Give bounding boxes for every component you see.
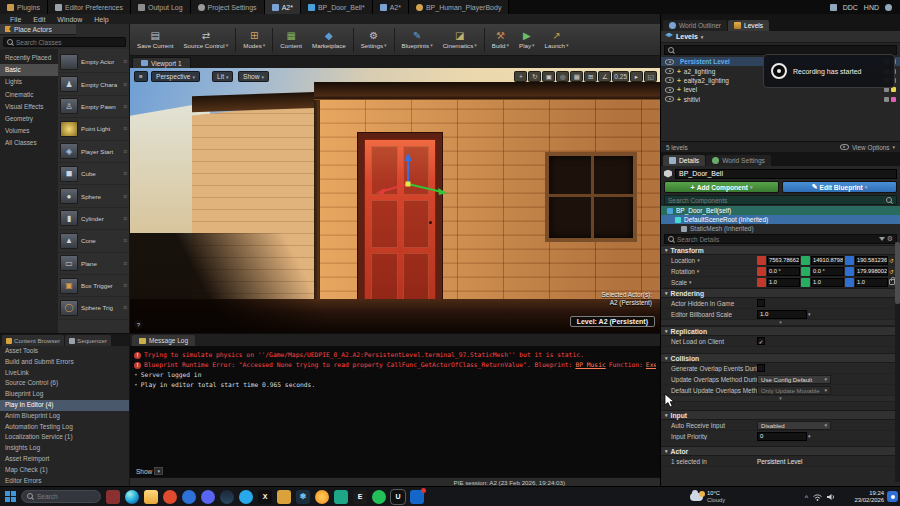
level-color-chip[interactable] xyxy=(891,87,896,92)
marketplace-button[interactable]: ◆Marketplace xyxy=(307,24,351,55)
taskbar-app-snowflake[interactable] xyxy=(296,490,310,504)
taskbar-app-orange[interactable] xyxy=(163,490,177,504)
transform-gizmo[interactable] xyxy=(368,148,458,208)
help-icon[interactable]: ? xyxy=(134,320,143,329)
details-scrollbar[interactable] xyxy=(895,242,900,482)
source-control-button[interactable]: ⇄Source Control▾ xyxy=(178,24,233,55)
category-lights[interactable]: Lights xyxy=(0,76,58,88)
grid-snap-icon[interactable]: ⊞ xyxy=(584,71,597,82)
log-category-build-submit-errors[interactable]: Build and Submit Errors xyxy=(0,357,129,368)
chevron-down-icon[interactable]: ▾ xyxy=(697,257,700,263)
level-row-shitlvl[interactable]: + shitlvl xyxy=(661,95,900,104)
tab-details[interactable]: Details xyxy=(663,155,705,166)
execute-ubergraph-link[interactable]: Execute Ubergraph BP Mu xyxy=(646,360,656,370)
scale-tool-icon[interactable]: ▣ xyxy=(542,71,555,82)
taskbar-weather-widget[interactable]: 10°CCloudy xyxy=(690,487,725,506)
drag-grip-icon[interactable] xyxy=(123,193,127,200)
levels-menu-button[interactable]: Levels xyxy=(676,33,698,40)
drag-grip-icon[interactable] xyxy=(123,170,127,177)
taskbar-app-blue[interactable] xyxy=(182,490,196,504)
taskbar-app-steam[interactable] xyxy=(220,490,234,504)
category-recently-placed[interactable]: Recently Placed xyxy=(0,52,58,64)
filter-icon[interactable] xyxy=(879,237,885,241)
translate-tool-icon[interactable]: + xyxy=(514,71,527,82)
location-x-field[interactable]: 7563.78662 xyxy=(767,256,800,265)
actor-hidden-checkbox[interactable] xyxy=(757,299,765,307)
category-geometry[interactable]: Geometry xyxy=(0,113,58,125)
search-details-box[interactable]: ⚙ xyxy=(664,234,897,244)
blueprints-button[interactable]: ✎Blueprints▾ xyxy=(397,24,438,55)
actor-name-field[interactable]: BP_Door_Bell xyxy=(675,169,897,179)
level-color-chip[interactable] xyxy=(891,97,896,102)
taskbar-app-teal[interactable] xyxy=(334,490,348,504)
category-volumes[interactable]: Volumes xyxy=(0,125,58,137)
taskbar-search-box[interactable] xyxy=(21,490,101,503)
drag-grip-icon[interactable] xyxy=(123,260,127,267)
eye-icon[interactable] xyxy=(665,68,674,74)
window-tab-project-settings[interactable]: Project Settings xyxy=(191,0,265,14)
save-state-icon[interactable] xyxy=(884,87,889,92)
user-icon[interactable] xyxy=(885,4,892,11)
section-replication[interactable]: ▾Replication xyxy=(661,326,900,336)
component-row-self[interactable]: BP_Door_Bell(self) xyxy=(661,206,900,215)
scale-z-field[interactable]: 1.0 xyxy=(855,278,888,287)
tab-world-settings[interactable]: World Settings xyxy=(706,155,771,166)
chevron-down-icon[interactable]: ▾ xyxy=(689,279,692,285)
section-transform[interactable]: ▾Transform xyxy=(661,245,900,255)
log-category-source-control[interactable]: Source Control (6) xyxy=(0,378,129,389)
notification-center-button[interactable] xyxy=(887,491,898,502)
taskbar-app-yellow[interactable] xyxy=(277,490,291,504)
taskbar-app-edge[interactable] xyxy=(125,490,139,504)
drag-grip-icon[interactable] xyxy=(123,103,127,110)
rotation-z-field[interactable]: 179.998002 xyxy=(855,267,888,276)
place-item-cylinder[interactable]: Cylinder xyxy=(58,208,129,230)
menu-help[interactable]: Help xyxy=(88,16,114,23)
drag-grip-icon[interactable] xyxy=(123,125,127,132)
drag-grip-icon[interactable] xyxy=(123,237,127,244)
place-item-player-start[interactable]: Player Start xyxy=(58,141,129,163)
search-levels-input[interactable] xyxy=(677,47,893,54)
window-tab-level-a2[interactable]: A2* xyxy=(265,0,301,14)
generate-overlap-checkbox[interactable] xyxy=(757,364,765,372)
window-tab-plugins[interactable]: Plugins xyxy=(0,0,48,14)
menu-edit[interactable]: Edit xyxy=(27,16,51,23)
search-components-box[interactable] xyxy=(664,195,897,205)
eye-icon[interactable] xyxy=(665,96,674,102)
log-category-automation-testing[interactable]: Automation Testing Log xyxy=(0,422,129,433)
wifi-icon[interactable] xyxy=(813,494,822,501)
hidden-icons-chevron[interactable]: ^ xyxy=(805,494,808,501)
search-classes-input[interactable] xyxy=(16,39,122,46)
bp-music-link[interactable]: BP_Music xyxy=(575,360,605,370)
stats-icon[interactable] xyxy=(830,4,837,11)
place-item-box-trigger[interactable]: Box Trigger xyxy=(58,275,129,297)
tab-content-browser[interactable]: Content Browser xyxy=(2,335,64,346)
reset-icon[interactable]: ↺ xyxy=(889,268,894,275)
window-tab-level-a2-2[interactable]: A2* xyxy=(373,0,409,14)
location-z-field[interactable]: 190.581236 xyxy=(855,256,888,265)
window-tab-bp-human-playerbody[interactable]: BP_Human_PlayerBody xyxy=(409,0,510,14)
place-item-empty-pawn[interactable]: Empty Pawn xyxy=(58,96,129,118)
play-button[interactable]: ▶Play▾ xyxy=(514,24,540,55)
scale-y-field[interactable]: 1.0 xyxy=(811,278,844,287)
log-category-livelink[interactable]: LiveLink xyxy=(0,368,129,379)
taskbar-app-x[interactable] xyxy=(258,490,272,504)
view-options-button[interactable]: View Options▾ xyxy=(840,144,895,151)
place-item-empty-character[interactable]: Empty Chara xyxy=(58,73,129,95)
place-item-plane[interactable]: Plane xyxy=(58,253,129,275)
place-item-cube[interactable]: Cube xyxy=(58,163,129,185)
drag-grip-icon[interactable] xyxy=(123,282,127,289)
tab-levels[interactable]: Levels xyxy=(728,20,769,31)
drag-grip-icon[interactable] xyxy=(123,215,127,222)
update-overlaps-dropdown[interactable]: Use Config Default▾ xyxy=(757,375,831,384)
add-component-button[interactable]: +Add Component▾ xyxy=(664,181,779,193)
reset-icon[interactable]: ↺ xyxy=(889,257,894,264)
surface-snap-icon[interactable]: ▦ xyxy=(570,71,583,82)
gear-icon[interactable]: ⚙ xyxy=(887,235,893,243)
section-input[interactable]: ▾Input xyxy=(661,410,900,420)
taskbar-app-sun[interactable] xyxy=(315,490,329,504)
chevron-down-icon[interactable]: ▾ xyxy=(697,268,700,274)
scale-snap-value[interactable]: 0.25 xyxy=(612,71,629,82)
section-collision[interactable]: ▾Collision xyxy=(661,353,900,363)
input-priority-field[interactable]: 0 xyxy=(757,432,807,441)
build-button[interactable]: ⚒Build▾ xyxy=(487,24,514,55)
